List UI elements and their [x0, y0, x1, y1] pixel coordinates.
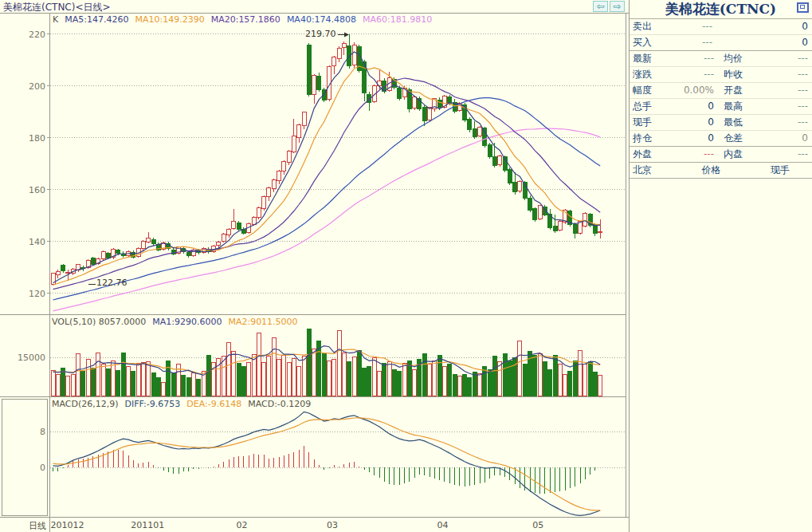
quote-label: 最低	[724, 115, 759, 130]
macd-indicator-header: MACD(26,12,9)DIFF:-9.6753DEA:-9.6148MACD…	[52, 399, 317, 409]
quote-value: 0	[663, 99, 714, 114]
quote-value: 0	[712, 35, 808, 50]
quote-panel: 美棉花连(CTNC) 卖出---0买入---0最新---均价---涨跌---昨收…	[629, 0, 812, 532]
date-tick-label: 02	[237, 520, 248, 530]
volume-indicator-header: VOL(5,10) 8057.0000MA1:9290.6000MA2:9011…	[52, 317, 304, 327]
chart-area: 2202001801601401201500080 美棉花连(CTNC)<日线>…	[0, 0, 629, 532]
quote-value: 0.00%	[663, 83, 714, 98]
svg-text:120: 120	[29, 289, 45, 299]
quote-value: ---	[759, 83, 808, 98]
svg-text:200: 200	[29, 81, 45, 92]
ma-value-label: MA40:174.4808	[287, 14, 356, 25]
quote-label: 涨跌	[633, 67, 663, 82]
macd-value-label: DIFF:-9.6753	[125, 399, 181, 409]
quote-label: 买入	[633, 35, 666, 50]
svg-text:140: 140	[29, 237, 45, 247]
date-axis-bar: 日线 20101220110102030405	[0, 518, 629, 532]
quote-value: ---	[759, 115, 808, 130]
ma-value-label: MA10:149.2390	[135, 14, 204, 25]
quote-value: 0	[712, 19, 808, 34]
quote-label: 现手	[633, 115, 663, 130]
quote-value: ---	[759, 51, 808, 66]
quote-label: 内盘	[724, 147, 759, 162]
date-tick-label: 05	[532, 520, 543, 530]
quote-label: 仓差	[724, 131, 759, 146]
quote-col-header: 价格	[685, 163, 738, 178]
ma-value-label: K	[53, 14, 58, 25]
macd-value-label: MACD(26,12,9)	[52, 399, 119, 409]
quote-label: 开盘	[724, 83, 759, 98]
quote-label: 卖出	[633, 19, 666, 34]
quote-value: 0	[663, 115, 714, 130]
high-price-annotation: 219.70	[305, 29, 336, 39]
kline-indicator-header: KMA5:147.4260MA10:149.2390MA20:157.1860M…	[53, 14, 438, 25]
svg-text:15000: 15000	[18, 353, 45, 363]
low-price-annotation: 122.76	[96, 278, 127, 288]
quote-label: 最高	[724, 99, 759, 114]
restore-window-icon[interactable]	[797, 2, 809, 13]
svg-text:8: 8	[40, 427, 45, 437]
volume-series	[51, 329, 602, 396]
quote-value: ---	[663, 51, 714, 66]
scroll-right-button[interactable]: ⇨	[610, 1, 625, 12]
scroll-left-button[interactable]: ⇦	[593, 1, 608, 12]
quote-label: 均价	[724, 51, 759, 66]
period-label: 日线	[29, 520, 46, 532]
chart-titlebar: 美棉花连(CTNC)<日线> ⇦ ⇨	[0, 0, 629, 13]
macd-lines	[53, 412, 601, 515]
date-tick-label: 201101	[131, 520, 164, 530]
macd-value-label: MACD:-0.1209	[248, 399, 311, 409]
chart-title: 美棉花连(CTNC)<日线>	[3, 1, 111, 14]
quote-value: ---	[759, 147, 808, 162]
vol-value-label: MA2:9011.5000	[228, 317, 297, 327]
quote-value: ---	[663, 147, 714, 162]
quote-value: ---	[666, 35, 712, 50]
ma-value-label: MA60:181.9810	[363, 14, 432, 25]
vol-value-label: MA1:9290.6000	[152, 317, 222, 327]
quote-value: ---	[663, 67, 714, 82]
date-tick-label: 03	[327, 520, 338, 530]
candlestick-series	[51, 34, 602, 286]
quote-value: ---	[666, 19, 712, 34]
chart-canvas[interactable]: 2202001801601401201500080	[0, 0, 629, 532]
ma-value-label: MA20:157.1860	[211, 14, 280, 25]
macd-histogram	[53, 446, 601, 494]
svg-text:180: 180	[29, 133, 45, 144]
macd-value-label: DEA:-9.6148	[186, 399, 241, 409]
svg-text:160: 160	[29, 185, 45, 195]
svg-text:220: 220	[29, 30, 45, 40]
ma-value-label: MA5:147.4260	[65, 14, 128, 25]
quote-value: ---	[759, 67, 808, 82]
vol-value-label: VOL(5,10) 8057.0000	[52, 317, 146, 327]
quote-title: 美棉花连(CTNC)	[630, 0, 812, 19]
quote-label: 总手	[633, 99, 663, 114]
quote-label: 幅度	[633, 83, 663, 98]
quote-label: 持仓	[633, 131, 663, 146]
quote-col-header: 现手	[737, 163, 790, 178]
svg-text:0: 0	[40, 463, 45, 473]
date-tick-label: 04	[437, 520, 449, 530]
axis-labels: 2202001801601401201500080	[18, 30, 45, 474]
quote-rows: 卖出---0买入---0最新---均价---涨跌---昨收---幅度0.00%开…	[630, 19, 812, 179]
quote-value: 0	[759, 131, 808, 146]
quote-label: 最新	[633, 51, 663, 66]
quote-label: 外盘	[633, 147, 663, 162]
date-tick-label: 201012	[51, 520, 84, 530]
quote-value: 0	[663, 131, 714, 146]
quote-col-header: 北京	[633, 163, 685, 178]
trading-terminal: 2202001801601401201500080 美棉花连(CTNC)<日线>…	[0, 0, 812, 532]
quote-value: ---	[759, 99, 808, 114]
quote-label: 昨收	[724, 67, 759, 82]
